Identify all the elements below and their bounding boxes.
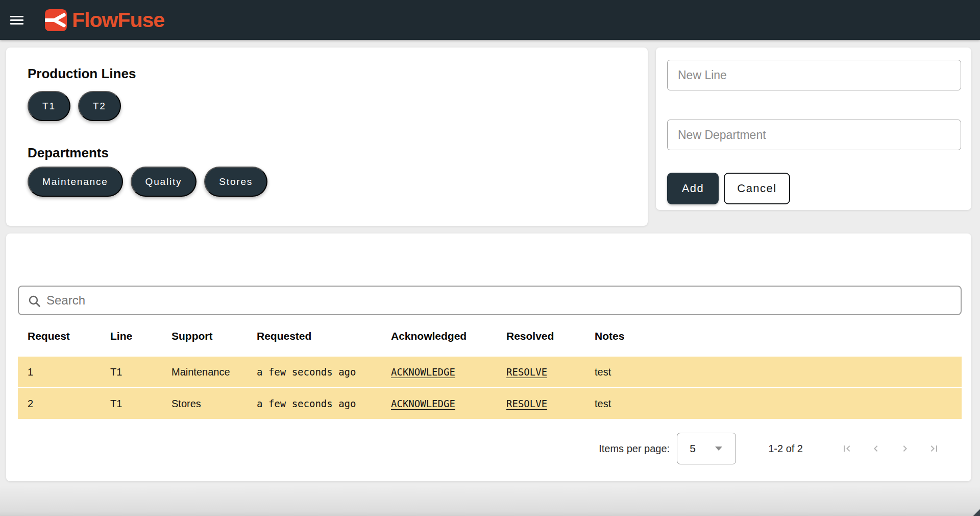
table-row[interactable]: 1 T1 Maintenance a few seconds ago ACKNO… [18, 357, 962, 387]
col-header-support[interactable]: Support [172, 330, 257, 342]
chip-line-t2[interactable]: T2 [78, 91, 121, 121]
row-divider [18, 419, 962, 420]
form-buttons: Add Cancel [667, 173, 971, 204]
add-button[interactable]: Add [667, 173, 719, 204]
requests-table: Request Line Support Requested Acknowled… [18, 315, 962, 420]
chip-line-t1[interactable]: T1 [28, 91, 70, 121]
cell-request: 1 [28, 366, 110, 378]
dashboard-page: { "navbar": { "brand": "FlowFuse" }, "fi… [0, 0, 980, 516]
new-department-input[interactable] [667, 120, 961, 150]
last-page-button[interactable] [928, 442, 940, 455]
cell-notes: test [595, 398, 962, 410]
production-lines-title: Production Lines [28, 66, 648, 81]
cell-line: T1 [110, 366, 172, 378]
page-range-label: 1-2 of 2 [768, 443, 803, 455]
table-footer: Items per page: 5 1-2 of 2 [18, 432, 962, 465]
chip-dept-stores[interactable]: Stores [204, 167, 267, 197]
cell-requested: a few seconds ago [257, 398, 391, 409]
resolve-link[interactable]: RESOLVE [506, 398, 547, 409]
col-header-request[interactable]: Request [28, 330, 110, 342]
cell-notes: test [595, 366, 962, 378]
chip-dept-quality[interactable]: Quality [131, 167, 197, 197]
chip-dept-maintenance[interactable]: Maintenance [28, 167, 123, 197]
window-bottom-shade [0, 485, 980, 516]
cancel-button[interactable]: Cancel [724, 173, 790, 204]
cell-requested: a few seconds ago [257, 366, 391, 378]
col-header-requested[interactable]: Requested [257, 330, 391, 342]
window-resize-corner [973, 508, 980, 516]
col-header-acknowledged[interactable]: Acknowledged [391, 330, 506, 342]
first-page-icon [841, 442, 853, 455]
acknowledge-link[interactable]: ACKNOWLEDGE [391, 398, 455, 409]
cell-support: Maintenance [172, 366, 257, 378]
table-row[interactable]: 2 T1 Stores a few seconds ago ACKNOWLEDG… [18, 388, 962, 419]
department-chips: Maintenance Quality Stores [28, 167, 648, 197]
col-header-line[interactable]: Line [110, 330, 172, 342]
items-per-page-value: 5 [690, 442, 696, 455]
chevron-down-icon [715, 447, 722, 451]
pagination-controls [824, 442, 940, 455]
last-page-icon [928, 442, 940, 455]
col-header-notes[interactable]: Notes [595, 330, 962, 342]
next-page-button[interactable] [899, 442, 911, 455]
previous-page-button[interactable] [870, 442, 882, 455]
acknowledge-link[interactable]: ACKNOWLEDGE [391, 366, 455, 378]
table-body: 1 T1 Maintenance a few seconds ago ACKNO… [18, 357, 962, 420]
cell-support: Stores [172, 398, 257, 410]
search-icon [28, 294, 41, 308]
filters-card: Production Lines T1 T2 Departments Maint… [6, 48, 648, 226]
col-header-resolved[interactable]: Resolved [506, 330, 595, 342]
resolve-link[interactable]: RESOLVE [506, 366, 547, 378]
brand-title: FlowFuse [72, 10, 164, 31]
items-per-page-select[interactable]: 5 [677, 433, 736, 464]
table-header-row: Request Line Support Requested Acknowled… [18, 315, 962, 357]
top-navbar: FlowFuse [0, 0, 980, 40]
search-box [18, 286, 962, 315]
search-input[interactable] [46, 287, 955, 314]
chevron-right-icon [899, 442, 911, 455]
add-entry-card: Add Cancel [656, 48, 971, 210]
requests-table-card: Request Line Support Requested Acknowled… [6, 233, 971, 481]
hamburger-menu-icon[interactable] [10, 16, 23, 25]
chevron-left-icon [870, 442, 882, 455]
cell-line: T1 [110, 398, 172, 410]
items-per-page-label: Items per page: [599, 443, 670, 455]
flowfuse-logo: FlowFuse [45, 9, 164, 31]
new-line-input[interactable] [667, 60, 961, 90]
cell-request: 2 [28, 398, 110, 410]
departments-title: Departments [28, 145, 648, 160]
flowfuse-logo-icon [45, 9, 67, 31]
production-line-chips: T1 T2 [28, 91, 648, 121]
first-page-button[interactable] [841, 442, 853, 455]
